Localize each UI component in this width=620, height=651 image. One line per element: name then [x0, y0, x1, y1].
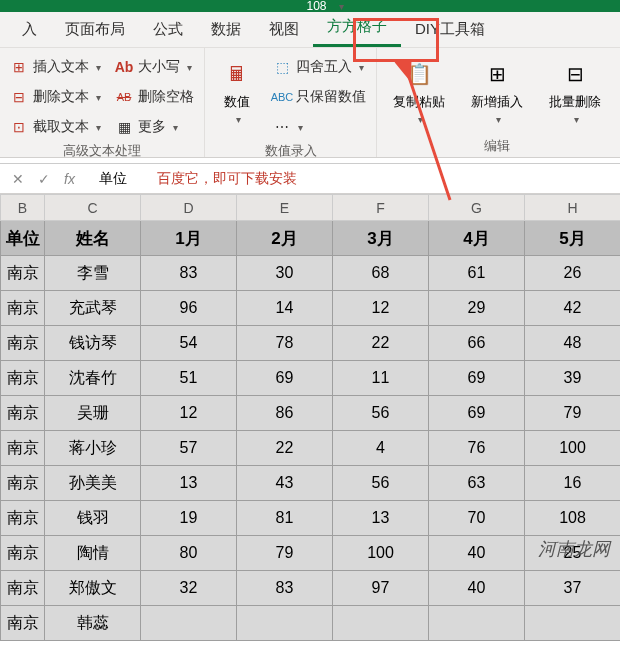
- table-row[interactable]: 南京韩蕊: [1, 606, 621, 641]
- fx-icon[interactable]: fx: [64, 171, 75, 187]
- cell[interactable]: 51: [141, 361, 237, 396]
- cell[interactable]: 32: [141, 571, 237, 606]
- col-header[interactable]: C: [45, 195, 141, 221]
- value-button[interactable]: 🖩 数值 ▾: [215, 54, 259, 140]
- tab-diy-toolbox[interactable]: DIY工具箱: [401, 12, 499, 47]
- cell[interactable]: 孙美美: [45, 466, 141, 501]
- cell[interactable]: 郑傲文: [45, 571, 141, 606]
- cut-text-button[interactable]: ⊡截取文本▾: [10, 114, 101, 140]
- cell[interactable]: 108: [525, 501, 621, 536]
- header-cell[interactable]: 5月: [525, 221, 621, 256]
- col-header[interactable]: H: [525, 195, 621, 221]
- col-header[interactable]: E: [237, 195, 333, 221]
- header-cell[interactable]: 3月: [333, 221, 429, 256]
- table-row[interactable]: 南京钱羽19811370108: [1, 501, 621, 536]
- header-cell[interactable]: 姓名: [45, 221, 141, 256]
- table-row[interactable]: 南京充武琴9614122942: [1, 291, 621, 326]
- table-row[interactable]: 南京李雪8330686126: [1, 256, 621, 291]
- column-header-row[interactable]: B C D E F G H: [1, 195, 621, 221]
- cell[interactable]: 37: [525, 571, 621, 606]
- data-grid[interactable]: B C D E F G H 单位 姓名 1月 2月 3月 4月 5月 南京李雪8…: [0, 194, 620, 641]
- tab-formulas[interactable]: 公式: [139, 12, 197, 47]
- cell[interactable]: 96: [141, 291, 237, 326]
- cell[interactable]: 83: [237, 571, 333, 606]
- cell[interactable]: 南京: [1, 396, 45, 431]
- cell[interactable]: 66: [429, 326, 525, 361]
- cell[interactable]: 南京: [1, 536, 45, 571]
- table-row[interactable]: 南京孙美美1343566316: [1, 466, 621, 501]
- insert-text-button[interactable]: ⊞插入文本▾: [10, 54, 101, 80]
- value-more-button[interactable]: ⋯▾: [273, 114, 366, 140]
- header-cell[interactable]: 单位: [1, 221, 45, 256]
- round-button[interactable]: ⬚四舍五入▾: [273, 54, 366, 80]
- cell[interactable]: 14: [237, 291, 333, 326]
- cell[interactable]: 充武琴: [45, 291, 141, 326]
- remove-space-button[interactable]: AB删除空格: [115, 84, 194, 110]
- cell[interactable]: 12: [333, 291, 429, 326]
- cell[interactable]: 南京: [1, 361, 45, 396]
- cell[interactable]: 钱羽: [45, 501, 141, 536]
- cell[interactable]: 79: [237, 536, 333, 571]
- header-cell[interactable]: 4月: [429, 221, 525, 256]
- table-row[interactable]: 南京郑傲文3283974037: [1, 571, 621, 606]
- cancel-icon[interactable]: ✕: [12, 171, 24, 187]
- cell[interactable]: 26: [525, 256, 621, 291]
- cell[interactable]: 70: [429, 501, 525, 536]
- cell[interactable]: 陶情: [45, 536, 141, 571]
- cell[interactable]: 57: [141, 431, 237, 466]
- cell[interactable]: 30: [237, 256, 333, 291]
- cell[interactable]: 南京: [1, 571, 45, 606]
- cell[interactable]: 29: [429, 291, 525, 326]
- cell[interactable]: 80: [141, 536, 237, 571]
- cell[interactable]: 63: [429, 466, 525, 501]
- batch-delete-button[interactable]: ⊟批量删除▾: [543, 54, 607, 135]
- cell[interactable]: 86: [237, 396, 333, 431]
- cell[interactable]: 蒋小珍: [45, 431, 141, 466]
- more-text-button[interactable]: ▦更多▾: [115, 114, 194, 140]
- cell[interactable]: 43: [237, 466, 333, 501]
- cell[interactable]: 南京: [1, 326, 45, 361]
- table-row[interactable]: 南京蒋小珍5722476100: [1, 431, 621, 466]
- col-header[interactable]: F: [333, 195, 429, 221]
- cell[interactable]: 48: [525, 326, 621, 361]
- cell[interactable]: 李雪: [45, 256, 141, 291]
- cell[interactable]: 100: [525, 431, 621, 466]
- cell[interactable]: 56: [333, 396, 429, 431]
- cell[interactable]: 61: [429, 256, 525, 291]
- cell[interactable]: [237, 606, 333, 641]
- worksheet[interactable]: B C D E F G H 单位 姓名 1月 2月 3月 4月 5月 南京李雪8…: [0, 194, 620, 641]
- cell[interactable]: 69: [429, 361, 525, 396]
- col-header[interactable]: D: [141, 195, 237, 221]
- data-header-row[interactable]: 单位 姓名 1月 2月 3月 4月 5月: [1, 221, 621, 256]
- table-row[interactable]: 南京钱访琴5478226648: [1, 326, 621, 361]
- cell[interactable]: 39: [525, 361, 621, 396]
- header-cell[interactable]: 2月: [237, 221, 333, 256]
- tab-insert[interactable]: 入: [8, 12, 51, 47]
- confirm-icon[interactable]: ✓: [38, 171, 50, 187]
- col-header[interactable]: B: [1, 195, 45, 221]
- cell[interactable]: 南京: [1, 606, 45, 641]
- cell[interactable]: 22: [333, 326, 429, 361]
- cell[interactable]: 16: [525, 466, 621, 501]
- cell[interactable]: 69: [237, 361, 333, 396]
- case-button[interactable]: Ab大小写▾: [115, 54, 194, 80]
- col-header[interactable]: G: [429, 195, 525, 221]
- cell[interactable]: 68: [333, 256, 429, 291]
- cell[interactable]: 4: [333, 431, 429, 466]
- tab-data[interactable]: 数据: [197, 12, 255, 47]
- cell[interactable]: 南京: [1, 466, 45, 501]
- cell[interactable]: 南京: [1, 431, 45, 466]
- cell[interactable]: 19: [141, 501, 237, 536]
- cell[interactable]: 13: [141, 466, 237, 501]
- header-cell[interactable]: 1月: [141, 221, 237, 256]
- cell[interactable]: 韩蕊: [45, 606, 141, 641]
- tab-view[interactable]: 视图: [255, 12, 313, 47]
- cell[interactable]: 97: [333, 571, 429, 606]
- cell[interactable]: 沈春竹: [45, 361, 141, 396]
- cell[interactable]: [141, 606, 237, 641]
- cell[interactable]: 79: [525, 396, 621, 431]
- cell[interactable]: 南京: [1, 291, 45, 326]
- cell[interactable]: 69: [429, 396, 525, 431]
- cell[interactable]: 13: [333, 501, 429, 536]
- cell[interactable]: 11: [333, 361, 429, 396]
